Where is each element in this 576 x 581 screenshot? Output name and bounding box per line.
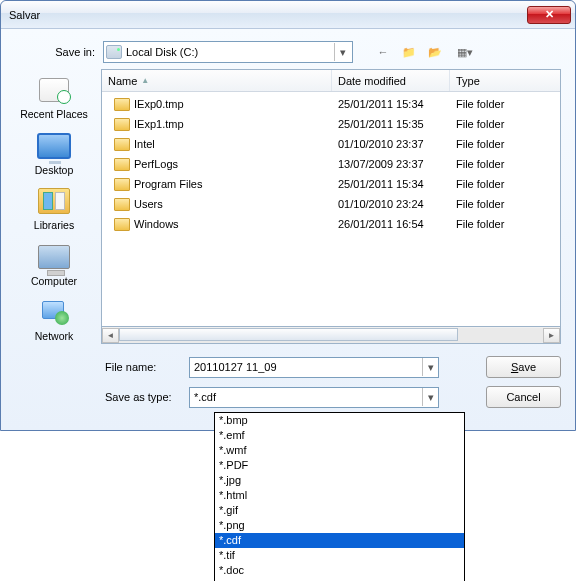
folder-icon — [114, 158, 130, 171]
list-row[interactable]: IExp0.tmp25/01/2011 15:34File folder — [102, 94, 560, 114]
up-one-level-button[interactable]: 📁 — [399, 42, 419, 62]
close-icon: ✕ — [545, 8, 554, 21]
network-icon — [39, 299, 69, 325]
list-row[interactable]: Intel01/10/2010 23:37File folder — [102, 134, 560, 154]
file-name-input[interactable] — [190, 358, 422, 377]
recent-places-icon — [39, 78, 69, 102]
file-date-cell: 25/01/2011 15:35 — [332, 118, 450, 130]
file-date-cell: 13/07/2009 23:37 — [332, 158, 450, 170]
type-option[interactable]: *.gif — [215, 503, 464, 518]
save-in-combo[interactable]: Local Disk (C:) ▾ — [103, 41, 353, 63]
file-name-cell: Users — [134, 198, 163, 210]
list-row[interactable]: Windows26/01/2011 16:54File folder — [102, 214, 560, 234]
save-as-type-label: Save as type: — [101, 391, 189, 403]
place-label: Computer — [15, 276, 93, 288]
horizontal-scrollbar[interactable]: ◄ ► — [101, 327, 561, 344]
list-row[interactable]: IExp1.tmp25/01/2011 15:35File folder — [102, 114, 560, 134]
view-icon: ▦▾ — [457, 46, 473, 59]
scroll-left-button[interactable]: ◄ — [102, 328, 119, 343]
libraries-icon — [38, 188, 70, 214]
desktop-icon — [37, 133, 71, 159]
computer-icon — [38, 245, 70, 269]
file-name-cell: IExp0.tmp — [134, 98, 184, 110]
back-button[interactable]: ← — [373, 42, 393, 62]
folder-icon — [114, 118, 130, 131]
cancel-button[interactable]: Cancel — [486, 386, 561, 408]
file-date-cell: 25/01/2011 15:34 — [332, 98, 450, 110]
type-option[interactable]: *.bmp — [215, 413, 464, 428]
place-label: Recent Places — [15, 109, 93, 121]
file-date-cell: 25/01/2011 15:34 — [332, 178, 450, 190]
file-name-cell: PerfLogs — [134, 158, 178, 170]
type-option[interactable]: *.jpg — [215, 473, 464, 488]
place-label: Desktop — [15, 165, 93, 177]
save-as-type-combo[interactable]: *.cdf ▾ — [189, 387, 439, 408]
places-bar: Recent Places Desktop Libraries Computer… — [15, 69, 93, 416]
file-type-cell: File folder — [450, 98, 560, 110]
chevron-down-icon[interactable]: ▾ — [422, 388, 438, 406]
type-option[interactable]: *.png — [215, 518, 464, 533]
sort-asc-icon: ▲ — [141, 76, 149, 85]
file-type-cell: File folder — [450, 218, 560, 230]
place-label: Libraries — [15, 220, 93, 232]
scroll-right-button[interactable]: ► — [543, 328, 560, 343]
save-in-label: Save in: — [15, 46, 103, 58]
place-computer[interactable]: Computer — [15, 240, 93, 288]
save-dialog: Salvar ✕ Save in: Local Disk (C:) ▾ ← 📁 … — [0, 0, 576, 431]
save-button[interactable]: Save — [486, 356, 561, 378]
file-date-cell: 01/10/2010 23:24 — [332, 198, 450, 210]
file-name-cell: IExp1.tmp — [134, 118, 184, 130]
file-date-cell: 01/10/2010 23:37 — [332, 138, 450, 150]
type-option[interactable]: *.cdf — [215, 533, 464, 548]
place-desktop[interactable]: Desktop — [15, 129, 93, 177]
file-name-cell: Windows — [134, 218, 179, 230]
column-date[interactable]: Date modified — [332, 70, 450, 91]
file-type-cell: File folder — [450, 198, 560, 210]
type-option[interactable]: *.html — [215, 488, 464, 503]
new-folder-button[interactable]: 📂 — [425, 42, 445, 62]
folder-icon — [114, 198, 130, 211]
list-row[interactable]: Program Files25/01/2011 15:34File folder — [102, 174, 560, 194]
place-recent[interactable]: Recent Places — [15, 73, 93, 121]
type-option[interactable]: *.PDF — [215, 458, 464, 473]
arrow-left-icon: ← — [378, 46, 389, 58]
folder-icon — [114, 138, 130, 151]
place-libraries[interactable]: Libraries — [15, 184, 93, 232]
list-row[interactable]: Users01/10/2010 23:24File folder — [102, 194, 560, 214]
close-button[interactable]: ✕ — [527, 6, 571, 24]
place-label: Network — [15, 331, 93, 343]
list-row[interactable]: PerfLogs13/07/2009 23:37File folder — [102, 154, 560, 174]
titlebar[interactable]: Salvar ✕ — [1, 1, 575, 29]
file-name-combo[interactable]: ▾ — [189, 357, 439, 378]
chevron-down-icon[interactable]: ▾ — [422, 358, 438, 376]
chevron-down-icon[interactable]: ▾ — [334, 43, 350, 61]
scroll-track[interactable] — [119, 328, 543, 343]
file-name-label: File name: — [101, 361, 189, 373]
folder-new-icon: 📂 — [428, 46, 442, 59]
file-type-cell: File folder — [450, 138, 560, 150]
file-date-cell: 26/01/2011 16:54 — [332, 218, 450, 230]
view-menu-button[interactable]: ▦▾ — [451, 42, 479, 62]
file-type-cell: File folder — [450, 158, 560, 170]
type-option[interactable]: *.tif — [215, 548, 464, 563]
folder-up-icon: 📁 — [402, 46, 416, 59]
file-name-cell: Program Files — [134, 178, 202, 190]
column-name[interactable]: Name ▲ — [102, 70, 332, 91]
type-option[interactable]: *.doc — [215, 563, 464, 578]
scroll-thumb[interactable] — [119, 328, 458, 341]
type-option[interactable]: *.emf — [215, 428, 464, 443]
folder-icon — [114, 218, 130, 231]
folder-icon — [114, 178, 130, 191]
save-as-type-dropdown[interactable]: *.bmp*.emf*.wmf*.PDF*.jpg*.html*.gif*.pn… — [214, 412, 465, 581]
file-type-cell: File folder — [450, 178, 560, 190]
file-list[interactable]: Name ▲ Date modified Type IExp0.tmp25/01… — [101, 69, 561, 327]
save-in-value: Local Disk (C:) — [126, 46, 334, 58]
save-as-type-value: *.cdf — [190, 388, 422, 407]
type-option[interactable]: *.wmf — [215, 443, 464, 458]
place-network[interactable]: Network — [15, 295, 93, 343]
file-name-cell: Intel — [134, 138, 155, 150]
window-title: Salvar — [9, 9, 527, 21]
list-header[interactable]: Name ▲ Date modified Type — [102, 70, 560, 92]
drive-icon — [106, 45, 122, 59]
column-type[interactable]: Type — [450, 70, 560, 91]
